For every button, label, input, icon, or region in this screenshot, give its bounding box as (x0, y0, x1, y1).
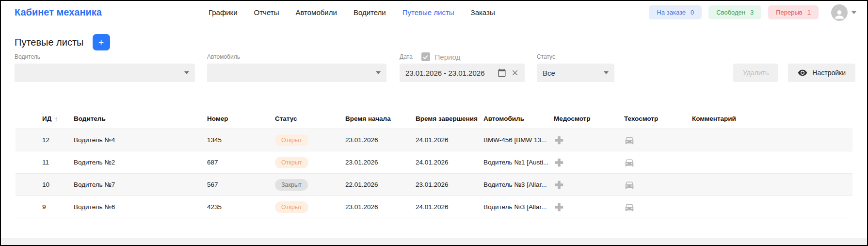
table-row[interactable]: 12 Водитель №4 1345 Открыт 23.01.2026 24… (16, 129, 852, 151)
avatar[interactable] (831, 4, 848, 21)
check-icon (422, 54, 429, 60)
status-badge: Открыт (275, 134, 308, 146)
page-title: Путевые листы (15, 37, 84, 48)
car-icon (624, 135, 635, 146)
status-filter-label: Статус (537, 53, 614, 60)
filter-status: Статус Все (537, 53, 614, 82)
nav-item-link[interactable]: Отчеты (254, 8, 279, 16)
cell-driver: Водитель №4 (74, 136, 207, 144)
status-badge: Открыт (275, 201, 308, 213)
status-pill-count: 1 (807, 9, 811, 16)
column-header-driver[interactable]: Водитель (74, 115, 207, 122)
medical-plus-icon (554, 180, 564, 190)
cell-medcheck[interactable] (554, 157, 624, 168)
waybills-table: ИД ↑ Водитель Номер Статус Время начала … (1, 109, 867, 218)
settings-button-label: Настройки (812, 69, 846, 77)
car-select[interactable] (207, 64, 386, 82)
nav-item-active[interactable]: Путевые листы (402, 8, 454, 16)
calendar-icon[interactable] (498, 68, 506, 77)
cell-start-time: 23.01.2026 (345, 203, 416, 211)
car-icon (624, 157, 635, 168)
cell-medcheck[interactable] (554, 202, 624, 213)
eye-icon (798, 68, 807, 78)
column-header-end[interactable]: Время завершения (416, 115, 483, 122)
table-row[interactable]: 9 Водитель №6 4235 Открыт 23.01.2026 24.… (16, 196, 852, 218)
nav-item-link[interactable]: Графики (209, 8, 238, 16)
car-icon (624, 202, 635, 213)
cell-id: 12 (16, 136, 74, 144)
add-waybill-button[interactable]: + (93, 34, 110, 50)
cell-end-time: 24.01.2026 (416, 159, 483, 166)
column-header-comment[interactable]: Комментарий (692, 115, 852, 122)
person-icon (833, 8, 846, 21)
column-header-techcheck[interactable]: Техосмотр (624, 115, 692, 122)
status-pill[interactable]: Перерыв 1 (768, 5, 819, 19)
cell-number: 4235 (207, 203, 275, 211)
cell-number: 1345 (207, 136, 275, 144)
period-checkbox-label[interactable]: Период (435, 53, 461, 61)
page-head: Путевые листы + (15, 34, 855, 50)
clear-date-icon[interactable] (511, 69, 519, 77)
date-label-row: Дата Период (400, 52, 525, 61)
table-row[interactable]: 10 Водитель №7 567 Закрыт 22.01.2026 23.… (16, 174, 852, 196)
status-select[interactable]: Все (537, 64, 614, 82)
filter-driver: Водитель (15, 53, 195, 82)
settings-button[interactable]: Настройки (788, 64, 855, 82)
delete-button[interactable]: Удалить (733, 64, 778, 82)
medical-plus-icon (554, 202, 564, 213)
column-header-id[interactable]: ИД ↑ (16, 115, 74, 123)
cell-start-time: 23.01.2026 (345, 136, 416, 144)
cell-medcheck[interactable] (554, 135, 624, 146)
nav-item-link[interactable]: Автомобили (295, 8, 337, 16)
chevron-down-icon[interactable] (852, 11, 856, 14)
cell-status: Открыт (275, 201, 345, 213)
table-body: 12 Водитель №4 1345 Открыт 23.01.2026 24… (16, 129, 852, 218)
cell-number: 567 (207, 181, 275, 188)
user-menu[interactable] (831, 4, 856, 21)
column-header-status[interactable]: Статус (275, 115, 345, 122)
column-header-car[interactable]: Автомобиль (483, 115, 554, 122)
column-header-number[interactable]: Номер (207, 115, 275, 122)
cell-end-time: 24.01.2026 (416, 203, 483, 211)
cell-start-time: 22.01.2026 (345, 181, 416, 188)
nav-item-link[interactable]: Водители (354, 8, 386, 16)
status-pill-count: 3 (750, 9, 754, 16)
driver-select[interactable] (15, 64, 195, 82)
status-pill[interactable]: Свободен 3 (708, 5, 761, 19)
sort-asc-icon[interactable]: ↑ (54, 115, 58, 123)
filter-actions: Удалить Настройки (733, 64, 855, 82)
driver-filter-label: Водитель (15, 53, 195, 60)
cell-car: Водитель №3 [Allar... (483, 203, 554, 211)
period-checkbox[interactable] (421, 52, 430, 61)
nav-item-link[interactable]: Заказы (471, 8, 495, 16)
filter-date: Дата Период 23.01.2026 - 23.01.2026 (400, 52, 525, 82)
status-pill-label: Свободен (716, 9, 745, 16)
cell-driver: Водитель №7 (74, 181, 207, 188)
date-filter-label: Дата (400, 53, 413, 60)
cell-end-time: 24.01.2026 (416, 136, 483, 144)
medical-plus-icon (554, 157, 564, 168)
cell-medcheck[interactable] (554, 180, 624, 190)
cell-number: 687 (207, 159, 275, 166)
status-pill[interactable]: На заказе 0 (649, 5, 702, 19)
page-content: Путевые листы + Водитель Автомобиль (1, 24, 867, 82)
cell-techcheck[interactable] (624, 135, 692, 146)
cell-status: Закрыт (275, 179, 345, 191)
column-header-medcheck[interactable]: Медосмотр (554, 115, 624, 122)
cell-techcheck[interactable] (624, 180, 692, 190)
chevron-down-icon (376, 71, 381, 74)
table-row[interactable]: 11 Водитель №2 687 Открыт 23.01.2026 24.… (16, 151, 852, 174)
cell-car: BMW-456 [BMW 13... (483, 136, 554, 144)
cell-techcheck[interactable] (624, 202, 692, 213)
date-range-field[interactable]: 23.01.2026 - 23.01.2026 (400, 64, 525, 82)
status-badge: Открыт (275, 157, 308, 168)
date-range-value: 23.01.2026 - 23.01.2026 (405, 69, 493, 77)
status-pills: На заказе 0 Свободен 3 Перерыв 1 (649, 5, 819, 19)
column-header-start[interactable]: Время начала (345, 115, 416, 122)
cell-techcheck[interactable] (624, 157, 692, 168)
status-select-value: Все (543, 69, 555, 77)
medical-plus-icon (554, 135, 564, 146)
cell-driver: Водитель №6 (74, 203, 207, 211)
cell-end-time: 23.01.2026 (416, 181, 483, 188)
cell-id: 9 (16, 203, 74, 211)
